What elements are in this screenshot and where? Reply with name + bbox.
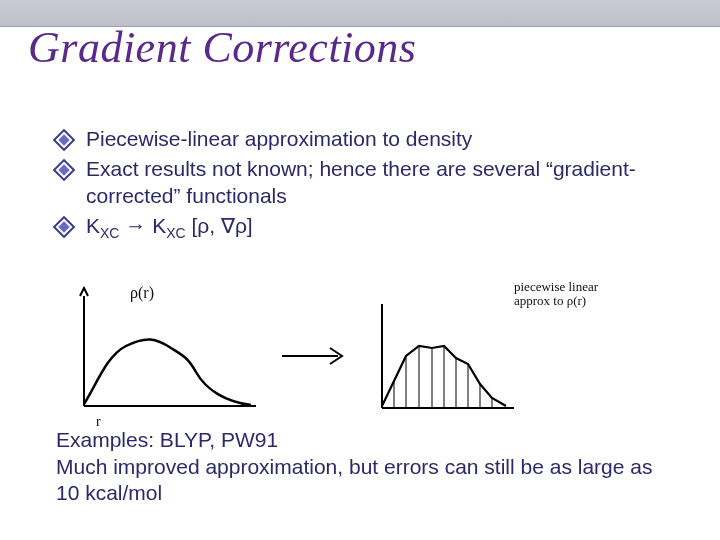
slide-title: Gradient Corrections (28, 22, 416, 73)
bullet-2: Exact results not known; hence there are… (56, 156, 680, 209)
figure-right: piecewise linear approx to ρ(r) (364, 286, 604, 426)
figure-left-ylabel: ρ(r) (130, 284, 154, 302)
kxc-post: [ρ, ∇ρ] (186, 214, 253, 237)
kxc-pre: K (86, 214, 100, 237)
figure-left-plot (56, 286, 266, 426)
bullet-3: KXC → KXC [ρ, ∇ρ] (56, 213, 680, 243)
bullet-diamond-icon (53, 159, 76, 182)
footer-text: Examples: BLYP, PW91 Much improved appro… (56, 427, 680, 506)
footer-line-1: Examples: BLYP, PW91 (56, 427, 680, 453)
footer-line-2: Much improved approximation, but errors … (56, 454, 680, 507)
bullet-1: Piecewise-linear approximation to densit… (56, 126, 680, 152)
figure-left: ρ(r) r (56, 286, 266, 426)
arrow-right-icon (280, 346, 350, 366)
kxc-sub1: XC (100, 225, 119, 241)
bullet-diamond-icon (53, 215, 76, 238)
bullet-diamond-icon (53, 129, 76, 152)
figure-row: ρ(r) r piecewise linear approx to ρ(r) (56, 276, 680, 436)
kxc-sub2: XC (166, 225, 185, 241)
bullet-2-text: Exact results not known; hence there are… (86, 156, 680, 209)
kxc-arrow: → K (119, 214, 166, 237)
bullet-3-text: KXC → KXC [ρ, ∇ρ] (86, 213, 680, 243)
body-text: Piecewise-linear approximation to densit… (56, 126, 680, 246)
bullet-1-text: Piecewise-linear approximation to densit… (86, 126, 680, 152)
figure-right-label: piecewise linear approx to ρ(r) (514, 280, 598, 307)
